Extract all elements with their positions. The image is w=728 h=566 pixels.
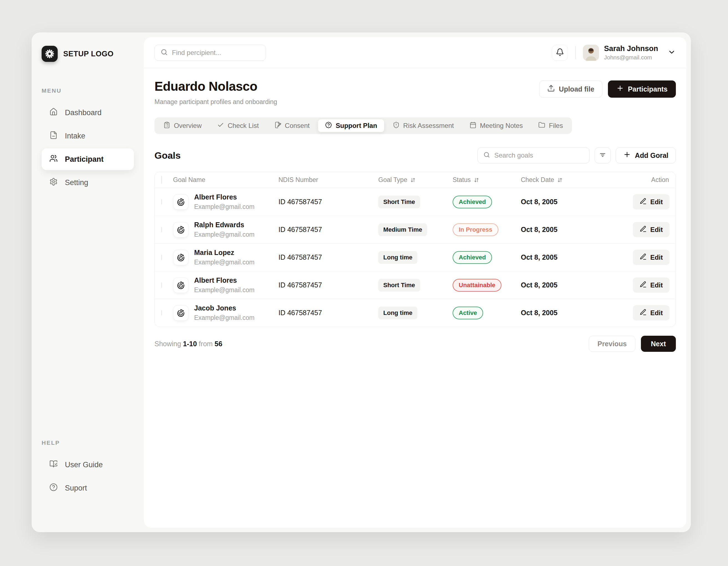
tab-risk-assessment[interactable]: Risk Assessment bbox=[386, 119, 461, 132]
sidebar-item-label: Suport bbox=[65, 484, 87, 493]
status-badge: Unattainable bbox=[453, 279, 501, 292]
goal-icon bbox=[173, 305, 189, 321]
badge-help-icon bbox=[325, 121, 332, 130]
goal-owner-email: Example@gmail.com bbox=[194, 203, 255, 210]
filter-button[interactable] bbox=[595, 147, 611, 163]
goal-icon bbox=[173, 277, 189, 293]
showing-summary: Showing 1-10 from 56 bbox=[154, 340, 222, 348]
table-row: Jacob Jones Example@gmail.com ID 4675874… bbox=[155, 299, 676, 327]
gear-icon bbox=[49, 177, 58, 188]
topbar-divider bbox=[575, 46, 576, 59]
goals-search-input[interactable] bbox=[494, 151, 584, 159]
tab-support-plan[interactable]: Support Plan bbox=[318, 119, 384, 132]
search-input[interactable] bbox=[172, 49, 260, 57]
edit-button[interactable]: Edit bbox=[633, 222, 669, 237]
row-checkbox[interactable] bbox=[161, 199, 162, 204]
row-checkbox[interactable] bbox=[161, 227, 162, 232]
upload-file-button[interactable]: Upload file bbox=[539, 80, 602, 98]
tab-label: Overview bbox=[174, 122, 202, 129]
file-pen-icon bbox=[274, 121, 281, 130]
sidebar-menu: Dashboard Intake Participant Setting bbox=[42, 102, 134, 193]
sidebar-item-intake[interactable]: Intake bbox=[42, 125, 134, 147]
ndis-number: ID 467587457 bbox=[278, 253, 378, 261]
sidebar-item-label: Setting bbox=[65, 178, 88, 187]
tab-check-list[interactable]: Check List bbox=[210, 119, 266, 132]
tab-consent[interactable]: Consent bbox=[267, 119, 316, 132]
goals-bar: Goals Add Goral bbox=[144, 134, 686, 172]
user-name: Sarah Johnson bbox=[604, 44, 658, 53]
brand-logo-icon bbox=[42, 46, 58, 62]
goal-owner-name: Jacob Jones bbox=[194, 304, 255, 312]
help-section-label: HELP bbox=[42, 440, 134, 446]
previous-button[interactable]: Previous bbox=[589, 336, 635, 352]
sidebar: SETUP LOGO MENU Dashboard Intake Partic bbox=[32, 32, 144, 532]
check-date: Oct 8, 2005 bbox=[521, 281, 620, 289]
check-icon bbox=[217, 121, 224, 130]
pen-icon bbox=[640, 281, 647, 290]
edit-button[interactable]: Edit bbox=[633, 250, 669, 265]
edit-button[interactable]: Edit bbox=[633, 194, 669, 209]
column-check-date[interactable]: Check Date bbox=[521, 176, 620, 184]
edit-button[interactable]: Edit bbox=[633, 305, 669, 321]
user-email: Johns@gmail.com bbox=[604, 54, 658, 61]
tab-label: Meeting Notes bbox=[480, 122, 523, 129]
goal-owner-email: Example@gmail.com bbox=[194, 231, 255, 238]
sidebar-item-support[interactable]: Suport bbox=[42, 477, 134, 499]
check-date: Oct 8, 2005 bbox=[521, 309, 620, 317]
table-body: Albert Flores Example@gmail.com ID 46758… bbox=[155, 188, 676, 327]
add-goal-button[interactable]: Add Goral bbox=[616, 147, 676, 163]
participant-search[interactable] bbox=[154, 45, 266, 61]
status-badge: In Progress bbox=[453, 223, 498, 236]
book-open-icon bbox=[49, 460, 58, 470]
page-head: Eduardo Nolasco Manage participant profi… bbox=[144, 68, 686, 106]
app-card: SETUP LOGO MENU Dashboard Intake Partic bbox=[32, 32, 691, 532]
edit-label: Edit bbox=[650, 309, 663, 317]
goal-owner-name: Albert Flores bbox=[194, 193, 255, 201]
ndis-number: ID 467587457 bbox=[278, 281, 378, 289]
edit-button[interactable]: Edit bbox=[633, 277, 669, 293]
profile-tabs: Overview Check List Consent Support Plan… bbox=[154, 117, 572, 134]
add-goal-label: Add Goral bbox=[635, 151, 668, 159]
filter-icon bbox=[599, 151, 607, 160]
goal-owner-name: Maria Lopez bbox=[194, 248, 255, 256]
edit-label: Edit bbox=[650, 253, 663, 261]
sidebar-item-label: User Guide bbox=[65, 461, 103, 469]
select-all-checkbox[interactable] bbox=[161, 176, 162, 184]
status-badge: Active bbox=[453, 307, 483, 319]
user-menu[interactable]: Sarah Johnson Johns@gmail.com bbox=[583, 44, 676, 61]
pen-icon bbox=[640, 197, 647, 206]
row-checkbox[interactable] bbox=[161, 310, 162, 316]
file-icon bbox=[49, 131, 58, 141]
column-goal-type[interactable]: Goal Type bbox=[378, 176, 453, 184]
sidebar-item-label: Participant bbox=[65, 155, 104, 164]
tab-files[interactable]: Files bbox=[531, 119, 570, 132]
sort-icon[interactable] bbox=[473, 177, 480, 183]
ndis-number: ID 467587457 bbox=[278, 198, 378, 206]
plus-icon bbox=[623, 151, 631, 160]
menu-section-label: MENU bbox=[42, 87, 134, 94]
sidebar-item-user-guide[interactable]: User Guide bbox=[42, 454, 134, 476]
users-icon bbox=[49, 154, 58, 164]
sidebar-item-label: Intake bbox=[65, 132, 85, 140]
check-date: Oct 8, 2005 bbox=[521, 225, 620, 233]
sidebar-item-label: Dashboard bbox=[65, 108, 102, 117]
tab-overview[interactable]: Overview bbox=[156, 119, 209, 132]
sidebar-item-participant[interactable]: Participant bbox=[42, 148, 134, 170]
brand: SETUP LOGO bbox=[42, 46, 134, 62]
add-participants-button[interactable]: Participants bbox=[608, 80, 676, 98]
sidebar-item-dashboard[interactable]: Dashboard bbox=[42, 102, 134, 123]
sidebar-help: HELP User Guide Suport bbox=[42, 440, 134, 499]
sort-icon[interactable] bbox=[410, 177, 416, 183]
avatar bbox=[583, 45, 599, 61]
column-status[interactable]: Status bbox=[453, 176, 521, 184]
sort-icon[interactable] bbox=[557, 177, 563, 183]
sidebar-item-setting[interactable]: Setting bbox=[42, 172, 134, 193]
tab-meeting-notes[interactable]: Meeting Notes bbox=[463, 119, 530, 132]
notifications-button[interactable] bbox=[552, 45, 568, 61]
goals-search[interactable] bbox=[477, 147, 590, 163]
next-button[interactable]: Next bbox=[641, 336, 676, 352]
goal-type-badge: Short Time bbox=[378, 279, 420, 292]
row-checkbox[interactable] bbox=[161, 255, 162, 260]
table-row: Maria Lopez Example@gmail.com ID 4675874… bbox=[155, 243, 676, 271]
row-checkbox[interactable] bbox=[161, 282, 162, 288]
